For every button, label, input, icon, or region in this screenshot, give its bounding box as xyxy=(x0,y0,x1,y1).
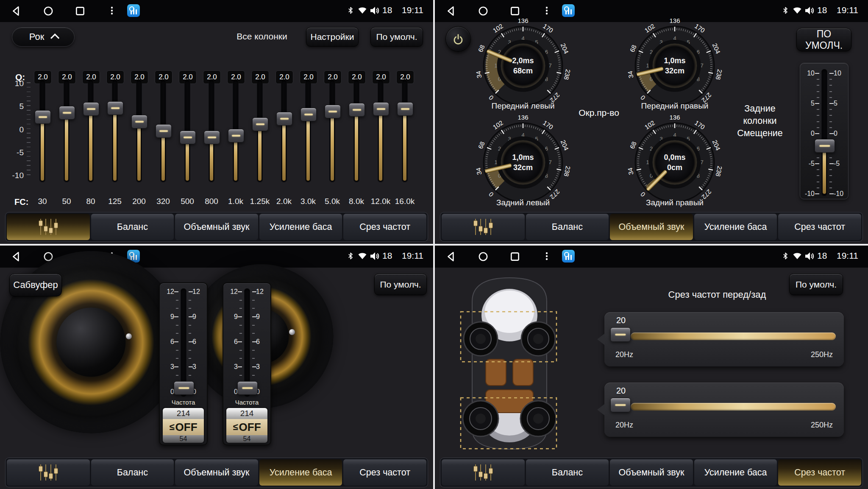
back-button[interactable] xyxy=(446,6,457,18)
vertical-slider-handle[interactable] xyxy=(237,381,258,395)
tab-equalizer[interactable] xyxy=(7,214,90,240)
scale-tick-minor xyxy=(829,169,832,170)
vertical-slider-handle[interactable] xyxy=(815,139,835,153)
eq-slider-handle[interactable] xyxy=(397,102,413,116)
home-button[interactable] xyxy=(43,6,54,18)
scale-label: 5 xyxy=(804,100,815,107)
eq-slider-handle[interactable] xyxy=(156,124,172,138)
eq-slider-handle[interactable] xyxy=(349,103,365,117)
vertical-slider-fill xyxy=(823,145,826,194)
tab-label: Срез частот xyxy=(794,222,845,232)
picker-item-selected[interactable]: ≤OFF xyxy=(226,419,267,435)
scale-tick-minor xyxy=(829,157,832,158)
clock: 19:11 xyxy=(837,5,858,15)
menu-button[interactable] xyxy=(107,6,117,17)
crossover-track[interactable] xyxy=(631,403,836,411)
tab-bass-boost[interactable]: Усиление баса xyxy=(259,459,342,486)
vertical-slider-handle[interactable] xyxy=(174,381,194,395)
tab-crossover[interactable]: Срез частот xyxy=(778,214,861,240)
default-button[interactable]: По умолч. xyxy=(370,27,423,47)
eq-slider-handle[interactable] xyxy=(59,106,75,120)
tab-bass-boost[interactable]: Усиление баса xyxy=(259,214,342,240)
picker-item-above[interactable]: 214 xyxy=(163,408,204,419)
delay-value: 2,0ms xyxy=(512,56,534,65)
picker-item-below[interactable]: 54 xyxy=(226,435,267,443)
tab-surround[interactable]: Объемный звук xyxy=(175,214,258,240)
default-button[interactable]: По умолч. xyxy=(374,274,427,295)
back-button[interactable] xyxy=(11,251,22,264)
tab-bass-boost[interactable]: Усиление баса xyxy=(694,214,777,240)
eq-slider-handle[interactable] xyxy=(131,115,147,129)
tab-equalizer[interactable] xyxy=(7,459,90,486)
tab-balance[interactable]: Баланс xyxy=(91,459,174,486)
scale-tick-minor xyxy=(189,333,191,334)
tab-crossover[interactable]: Срез частот xyxy=(343,459,426,486)
rear-offset-slider: 1050-5-101050-5-10 xyxy=(800,63,849,199)
picker-item-selected[interactable]: ≤OFF xyxy=(163,419,204,435)
eq-slider-handle[interactable] xyxy=(83,102,99,116)
picker-item-below[interactable]: 54 xyxy=(163,435,204,443)
tab-surround[interactable]: Объемный звук xyxy=(610,459,693,486)
crossover-track[interactable] xyxy=(631,333,836,340)
frequency-picker[interactable]: 214≤OFF54 xyxy=(225,407,268,444)
tab-equalizer[interactable] xyxy=(442,214,525,240)
eq-slider-handle[interactable] xyxy=(228,129,244,143)
knob-outer-scale: 34 xyxy=(475,70,483,79)
default-button[interactable]: ПО УМОЛЧ. xyxy=(796,28,851,51)
delay-knob-dial[interactable]: 034681021361702042382720123456780,0ms0cm xyxy=(613,103,736,226)
tab-balance[interactable]: Баланс xyxy=(91,214,174,240)
wifi-icon xyxy=(357,251,367,262)
recents-button[interactable] xyxy=(75,6,86,18)
tab-surround[interactable]: Объемный звук xyxy=(610,214,693,240)
back-button[interactable] xyxy=(11,6,22,18)
delay-value: 1,0ms xyxy=(512,153,534,162)
eq-slider-handle[interactable] xyxy=(276,112,292,126)
scale-tick-minor xyxy=(239,358,242,359)
back-button[interactable] xyxy=(446,251,457,264)
preset-selector[interactable]: Рок xyxy=(12,27,75,47)
scale-tick-minor xyxy=(176,358,178,359)
eq-slider-handle[interactable] xyxy=(325,105,341,118)
knob-outer-scale: 238 xyxy=(715,69,724,81)
home-button[interactable] xyxy=(478,251,489,264)
tab-crossover[interactable]: Срез частот xyxy=(343,214,426,240)
eq-slider-handle[interactable] xyxy=(252,117,268,131)
eq-slider-fill xyxy=(161,131,165,181)
menu-button[interactable] xyxy=(542,251,552,263)
eq-slider-handle[interactable] xyxy=(35,110,51,124)
scale-tick-minor xyxy=(176,325,178,326)
eq-slider-handle[interactable] xyxy=(204,131,220,144)
scale-tick xyxy=(815,103,819,104)
vertical-slider-track[interactable] xyxy=(181,288,186,397)
tab-equalizer[interactable] xyxy=(442,459,525,486)
scale-tick-minor xyxy=(252,358,255,359)
page-title: Срез частот перед/зад xyxy=(604,289,830,300)
volume-icon xyxy=(804,6,815,17)
tab-label: Объемный звук xyxy=(619,467,684,478)
eq-slider-handle[interactable] xyxy=(300,108,317,121)
crossover-handle[interactable] xyxy=(610,398,631,412)
delay-knob-dial[interactable]: 034681021361702042382720123456781,0ms32c… xyxy=(462,103,584,226)
scale-tick-minor xyxy=(189,358,191,359)
settings-button[interactable]: Настройки xyxy=(306,27,359,47)
tab-crossover[interactable]: Срез частот xyxy=(778,459,861,486)
vertical-slider-track[interactable] xyxy=(244,288,250,397)
crossover-handle[interactable] xyxy=(610,327,631,342)
tab-bass-boost[interactable]: Усиление баса xyxy=(694,459,777,486)
eq-slider-handle[interactable] xyxy=(180,131,196,144)
tab-surround[interactable]: Объемный звук xyxy=(175,459,258,486)
front-right-speaker xyxy=(521,322,555,356)
recents-button[interactable] xyxy=(509,251,520,264)
frequency-picker[interactable]: 214≤OFF54 xyxy=(162,407,205,444)
tab-balance[interactable]: Баланс xyxy=(526,214,609,240)
eq-slider-handle[interactable] xyxy=(373,102,389,116)
eq-slider-handle[interactable] xyxy=(107,101,123,115)
scale-tick xyxy=(189,366,193,367)
tab-balance[interactable]: Баланс xyxy=(526,459,609,486)
picker-item-above[interactable]: 214 xyxy=(226,408,267,419)
subwoofer-button[interactable]: Сабвуфер xyxy=(9,274,62,296)
app-icon[interactable] xyxy=(562,250,575,263)
app-icon[interactable] xyxy=(127,4,140,17)
picker-selected-value: OFF xyxy=(175,421,198,434)
knob-outer-scale: 204 xyxy=(559,139,570,151)
